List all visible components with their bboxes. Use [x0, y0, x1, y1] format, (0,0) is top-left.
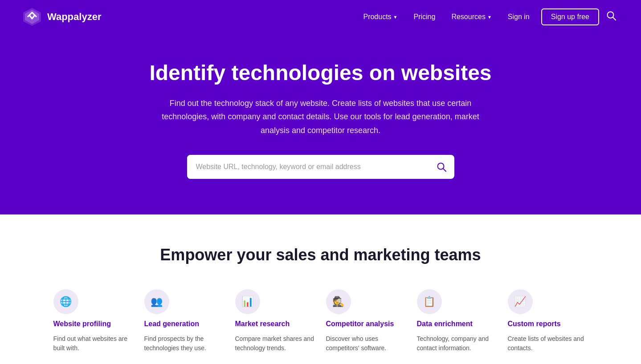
features-section: Empower your sales and marketing teams 🌐…	[0, 214, 641, 364]
logo[interactable]: Wappalyzer	[21, 6, 101, 28]
feature-icon-5: 📈	[508, 289, 533, 314]
search-input[interactable]	[187, 155, 429, 179]
feature-desc: Discover who uses competitors' software.	[326, 334, 406, 353]
feature-name: Data enrichment	[417, 320, 497, 329]
header: Wappalyzer Products ▼ Pricing Resources …	[0, 0, 641, 33]
signin-button[interactable]: Sign in	[502, 9, 536, 24]
feature-item-data-enrichment[interactable]: 📋Data enrichmentTechnology, company and …	[417, 289, 497, 353]
features-grid: 🌐Website profilingFind out what websites…	[53, 289, 588, 364]
search-button[interactable]	[429, 156, 454, 178]
nav-resources[interactable]: Resources ▼	[445, 9, 498, 24]
main-nav: Products ▼ Pricing Resources ▼ Sign in S…	[357, 7, 620, 26]
svg-line-5	[443, 169, 446, 171]
resources-chevron-icon: ▼	[487, 15, 492, 20]
signup-button[interactable]: Sign up free	[541, 8, 599, 25]
nav-pricing[interactable]: Pricing	[408, 9, 442, 24]
feature-item-market-research[interactable]: 📊Market researchCompare market shares an…	[235, 289, 315, 353]
feature-item-website-profiling[interactable]: 🌐Website profilingFind out what websites…	[53, 289, 134, 353]
feature-desc: Create lists of websites and contacts.	[508, 334, 588, 353]
logo-icon	[21, 6, 43, 28]
feature-desc: Find prospects by the technologies they …	[144, 334, 225, 353]
feature-desc: Technology, company and contact informat…	[417, 334, 497, 353]
features-title: Empower your sales and marketing teams	[21, 246, 620, 264]
products-chevron-icon: ▼	[393, 15, 398, 20]
svg-line-3	[613, 17, 616, 20]
hero-section: Identify technologies on websites Find o…	[0, 33, 641, 214]
feature-icon-1: 👥	[144, 289, 169, 314]
feature-item-competitor-analysis[interactable]: 🕵️Competitor analysisDiscover who uses c…	[326, 289, 406, 353]
feature-desc: Find out what websites are built with.	[53, 334, 134, 353]
feature-name: Website profiling	[53, 320, 134, 329]
feature-name: Competitor analysis	[326, 320, 406, 329]
feature-icon-3: 🕵️	[326, 289, 351, 314]
hero-title: Identify technologies on websites	[21, 60, 620, 86]
hero-description: Find out the technology stack of any web…	[160, 97, 481, 138]
search-icon[interactable]	[603, 7, 620, 26]
feature-item-lead-generation[interactable]: 👥Lead generationFind prospects by the te…	[144, 289, 225, 353]
search-bar	[187, 155, 454, 179]
feature-name: Lead generation	[144, 320, 225, 329]
feature-desc: Compare market shares and technology tre…	[235, 334, 315, 353]
feature-name: Custom reports	[508, 320, 588, 329]
feature-icon-2: 📊	[235, 289, 260, 314]
logo-text: Wappalyzer	[47, 11, 101, 23]
nav-products[interactable]: Products ▼	[357, 9, 404, 24]
feature-item-custom-reports[interactable]: 📈Custom reportsCreate lists of websites …	[508, 289, 588, 353]
feature-icon-0: 🌐	[53, 289, 78, 314]
feature-icon-4: 📋	[417, 289, 442, 314]
feature-name: Market research	[235, 320, 315, 329]
